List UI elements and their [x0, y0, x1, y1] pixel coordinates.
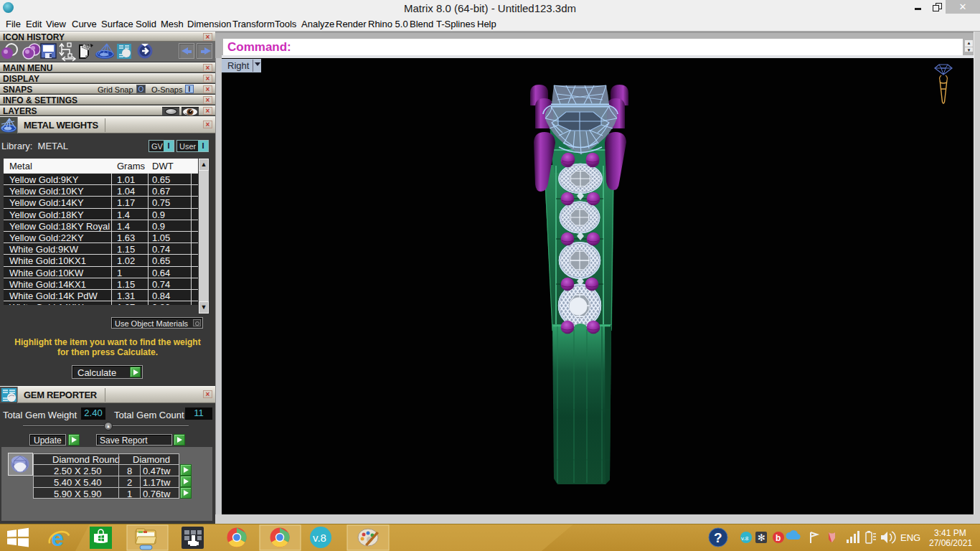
svg-text:b: b: [776, 533, 781, 543]
svg-text:27/06/2021: 27/06/2021: [929, 538, 972, 548]
svg-text:?: ?: [714, 530, 722, 545]
svg-text:3:41 PM: 3:41 PM: [934, 528, 966, 538]
svg-text:✻: ✻: [758, 532, 765, 543]
svg-text:ENG: ENG: [900, 532, 920, 543]
svg-text:e: e: [52, 526, 64, 551]
svg-text:v.8: v.8: [313, 532, 326, 544]
svg-text:v.8: v.8: [741, 535, 749, 542]
